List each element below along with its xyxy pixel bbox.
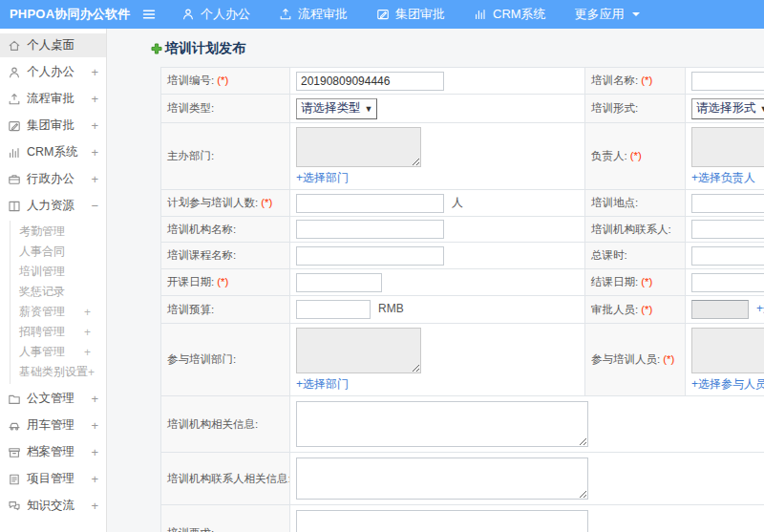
field-cell: +选择部门	[290, 324, 585, 396]
select-participants-link[interactable]: +选择参与人员	[691, 376, 764, 393]
unit-rmb-suffix: RMB	[378, 302, 404, 315]
expand-toggle-icon[interactable]: +	[91, 445, 98, 459]
end-date-label: 结课日期:(*)	[585, 269, 686, 296]
field-cell: 人	[290, 190, 585, 217]
sidebar-item-label: 用车管理	[27, 417, 74, 434]
training-requirements-textarea[interactable]	[296, 510, 588, 532]
expand-toggle-icon[interactable]: +	[91, 65, 98, 79]
sidebar-item-label: CRM系统	[27, 144, 77, 160]
course-name-input[interactable]	[296, 246, 444, 266]
plus-icon	[151, 43, 162, 54]
leader-box[interactable]	[691, 127, 764, 167]
select-leader-link[interactable]: +选择负责人	[691, 170, 755, 186]
sidebar-item-crm-system[interactable]: CRM系统+	[0, 140, 106, 164]
field-label-text: 培训课程名称:	[167, 249, 236, 261]
field-cell	[686, 190, 764, 217]
expand-toggle-icon[interactable]: +	[91, 472, 98, 486]
field-label-text: 开课日期:	[167, 276, 214, 287]
host-department-box[interactable]	[296, 127, 421, 167]
select-department-link[interactable]: +选择部门	[296, 170, 349, 186]
hamburger-menu-icon[interactable]	[141, 7, 157, 22]
leader-label: 负责人:(*)	[585, 123, 686, 190]
expand-toggle-icon[interactable]: +	[91, 418, 98, 433]
expand-toggle-icon[interactable]: +	[88, 366, 95, 379]
expand-toggle-icon[interactable]: −	[91, 199, 98, 213]
topnav-item-group-approval[interactable]: 集团审批	[376, 6, 445, 23]
sidebar-item-label: 个人办公	[27, 64, 74, 80]
sidebar-subitem-personnel[interactable]: 人事管理+	[11, 342, 106, 362]
expand-toggle-icon[interactable]: +	[91, 499, 98, 513]
expand-toggle-icon[interactable]: +	[84, 346, 91, 359]
sidebar-item-official-doc[interactable]: 公文管理+	[0, 387, 106, 411]
planned-participants-input[interactable]	[296, 194, 444, 213]
chart-icon	[8, 146, 21, 160]
sidebar-item-personal-office[interactable]: 个人办公+	[0, 60, 106, 84]
expand-toggle-icon[interactable]: +	[91, 172, 98, 186]
field-cell: +选择参与人员	[686, 324, 764, 396]
planned-participants-label: 计划参与培训人数:(*)	[161, 190, 290, 217]
training-code-input[interactable]	[296, 72, 444, 91]
archive-icon	[8, 446, 21, 459]
form-row: 培训类型:请选择类型▼培训形式:请选择形式▼	[161, 95, 764, 123]
sidebar-item-archives[interactable]: 档案管理+	[0, 440, 106, 464]
field-cell: +选择审批人员	[686, 296, 764, 324]
expand-toggle-icon[interactable]: +	[91, 118, 98, 133]
home-icon	[8, 39, 21, 53]
required-mark: (*)	[630, 150, 642, 161]
org-info-textarea[interactable]	[296, 401, 588, 447]
sidebar-subitem-salary[interactable]: 薪资管理+	[11, 302, 106, 322]
sidebar-subitem-training[interactable]: 培训管理	[11, 262, 106, 282]
sidebar-item-label: 集团审批	[27, 117, 74, 134]
sidebar-subitem-reward-record[interactable]: 奖惩记录	[11, 282, 106, 302]
sidebar-item-personal-desktop[interactable]: 个人桌面	[0, 33, 106, 57]
expand-toggle-icon[interactable]: +	[91, 145, 98, 160]
sidebar-item-workflow-approval[interactable]: 流程审批+	[0, 87, 106, 111]
select-approver-link[interactable]: +选择审批人员	[756, 302, 764, 315]
end-date-input[interactable]	[691, 273, 764, 292]
field-cell: +选择部门	[290, 123, 585, 190]
sidebar-item-label: 人事合同	[19, 244, 65, 260]
participants-box[interactable]	[691, 328, 764, 373]
org-contact-input[interactable]	[691, 220, 764, 239]
sidebar-subitem-attendance[interactable]: 考勤管理	[11, 222, 106, 242]
expand-toggle-icon[interactable]: +	[84, 306, 91, 319]
sidebar-item-group-approval[interactable]: 集团审批+	[0, 114, 106, 138]
form-row: 参与培训部门:+选择部门参与培训人员:(*)+选择参与人员	[161, 324, 764, 396]
sidebar-item-label: 项目管理	[27, 471, 74, 487]
form-row: 计划参与培训人数:(*)人培训地点:	[161, 190, 764, 217]
topnav-item-personal-office[interactable]: 个人办公	[181, 6, 250, 23]
org-contact-info-textarea[interactable]	[296, 458, 588, 500]
sidebar-item-knowledge[interactable]: 知识交流+	[0, 494, 106, 518]
sidebar-subitem-recruitment[interactable]: 招聘管理+	[11, 322, 106, 342]
select-value: 请选择类型	[301, 101, 361, 115]
topnav-item-more-apps[interactable]: 更多应用	[575, 6, 640, 23]
participate-department-box[interactable]	[296, 328, 421, 373]
org-name-input[interactable]	[296, 220, 444, 239]
expand-toggle-icon[interactable]: +	[91, 92, 98, 106]
training-type-select[interactable]: 请选择类型▼	[296, 98, 377, 119]
training-name-input[interactable]	[691, 72, 764, 91]
sidebar-subitem-base-category[interactable]: 基础类别设置+	[11, 362, 106, 382]
sidebar-item-human-resources[interactable]: 人力资源−	[0, 194, 106, 218]
edit-icon	[8, 119, 21, 133]
topnav-item-crm-system[interactable]: CRM系统	[474, 6, 546, 23]
start-date-input[interactable]	[296, 273, 382, 292]
sidebar-subitem-hr-contract[interactable]: 人事合同	[11, 242, 106, 262]
select-participate-department-link[interactable]: +选择部门	[296, 376, 349, 393]
total-hours-input[interactable]	[691, 246, 764, 266]
sidebar-item-label: 奖惩记录	[19, 284, 65, 300]
sidebar-item-label: 行政办公	[27, 171, 74, 187]
field-label-text: 参与培训人员:	[591, 353, 660, 365]
budget-input[interactable]	[296, 300, 371, 319]
sidebar-item-admin-office[interactable]: 行政办公+	[0, 167, 106, 191]
flow-icon	[8, 93, 21, 106]
training-code-label: 培训编号:(*)	[161, 68, 290, 95]
topnav-item-workflow-approval[interactable]: 流程审批	[279, 6, 348, 23]
training-location-input[interactable]	[691, 194, 764, 213]
sidebar-item-vehicle[interactable]: 用车管理+	[0, 414, 106, 437]
expand-toggle-icon[interactable]: +	[84, 326, 91, 339]
training-form-select[interactable]: 请选择形式▼	[691, 98, 764, 119]
sidebar-item-label: 知识交流	[27, 498, 74, 514]
sidebar-item-project[interactable]: 项目管理+	[0, 467, 106, 491]
expand-toggle-icon[interactable]: +	[91, 392, 98, 406]
